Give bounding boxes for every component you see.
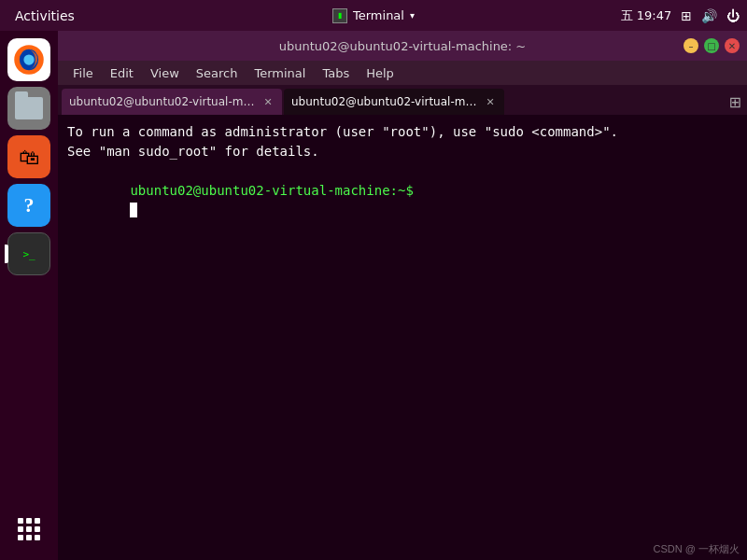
terminal-prompt-line: ubuntu02@ubuntu02-virtual-machine:~$	[67, 161, 738, 240]
sidebar-item-terminal[interactable]: >_	[7, 232, 50, 275]
topbar-terminal-icon: ▮	[332, 8, 347, 23]
top-bar: Activities ▮ Terminal ▾ 五 19:47 ⊞ 🔊 ⏻	[0, 0, 747, 31]
menu-terminal[interactable]: Terminal	[247, 64, 313, 82]
tab-2-close[interactable]: ✕	[484, 95, 497, 108]
terminal-icon: >_	[22, 248, 35, 260]
sidebar-item-help[interactable]: ?	[7, 184, 50, 227]
minimize-button[interactable]: –	[684, 38, 698, 53]
network-icon[interactable]: ⊞	[681, 8, 692, 23]
audio-icon[interactable]: 🔊	[701, 8, 717, 23]
terminal-prompt: ubuntu02@ubuntu02-virtual-machine:~$	[130, 183, 413, 198]
menu-edit[interactable]: Edit	[103, 64, 141, 82]
tabs-bar: ubuntu02@ubuntu02-virtual-machine: ~ ✕ u…	[58, 85, 747, 115]
close-button[interactable]: ✕	[725, 38, 740, 53]
terminal-cursor	[130, 203, 137, 217]
sidebar-item-firefox[interactable]	[7, 38, 50, 81]
tab-1[interactable]: ubuntu02@ubuntu02-virtual-machine: ~ ✕	[62, 89, 282, 115]
tab-attach-icon[interactable]: ⊞	[729, 93, 741, 111]
window-controls: – □ ✕	[684, 38, 740, 53]
topbar-center: ▮ Terminal ▾	[332, 8, 415, 23]
topbar-datetime: 五 19:47	[621, 7, 672, 24]
topbar-terminal-chevron[interactable]: ▾	[410, 10, 415, 21]
terminal-window: ubuntu02@ubuntu02-virtual-machine: ~ – □…	[58, 31, 747, 560]
watermark: CSDN @ 一杯烟火	[654, 542, 740, 556]
menu-tabs[interactable]: Tabs	[315, 64, 357, 82]
tab-1-close[interactable]: ✕	[261, 95, 275, 108]
tab-2-label: ubuntu02@ubuntu02-virtual-machine: ~	[291, 95, 478, 108]
activities-button[interactable]: Activities	[7, 5, 82, 27]
menu-view[interactable]: View	[143, 64, 187, 82]
software-icon: 🛍	[19, 146, 39, 169]
menu-bar: File Edit View Search Terminal Tabs Help	[58, 61, 747, 85]
sidebar-item-files[interactable]	[7, 87, 50, 130]
help-icon: ?	[24, 193, 35, 217]
files-icon-shape	[15, 97, 43, 119]
svg-point-2	[23, 54, 34, 64]
terminal-line-2: See "man sudo_root" for details.	[67, 142, 738, 161]
maximize-button[interactable]: □	[704, 38, 719, 53]
power-icon[interactable]: ⏻	[726, 8, 740, 23]
sidebar-item-apps[interactable]	[7, 508, 50, 551]
terminal-line-1: To run a command as administrator (user …	[67, 122, 738, 142]
terminal-body[interactable]: To run a command as administrator (user …	[58, 115, 747, 560]
apps-grid-icon	[18, 518, 40, 540]
main-layout: 🛍 ? >_ ubuntu02@ubuntu02-virtual-machine…	[0, 31, 747, 560]
menu-help[interactable]: Help	[359, 64, 402, 82]
topbar-terminal-label[interactable]: Terminal	[353, 8, 404, 22]
window-title: ubuntu02@ubuntu02-virtual-machine: ~	[279, 39, 527, 53]
tab-1-label: ubuntu02@ubuntu02-virtual-machine: ~	[69, 95, 256, 108]
sidebar: 🛍 ? >_	[0, 31, 58, 560]
sidebar-item-software[interactable]: 🛍	[7, 135, 50, 178]
topbar-right: 五 19:47 ⊞ 🔊 ⏻	[621, 7, 740, 24]
menu-file[interactable]: File	[65, 64, 101, 82]
menu-search[interactable]: Search	[189, 64, 246, 82]
tab-2[interactable]: ubuntu02@ubuntu02-virtual-machine: ~ ✕	[284, 89, 504, 115]
window-title-bar: ubuntu02@ubuntu02-virtual-machine: ~ – □…	[58, 31, 747, 61]
